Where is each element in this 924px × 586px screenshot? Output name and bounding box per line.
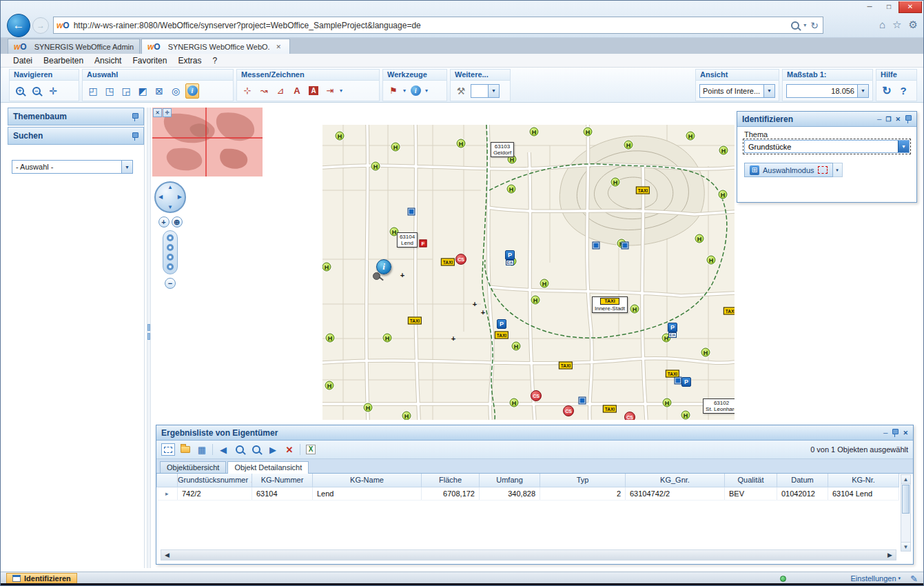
settings-link[interactable]: Einstellungen ▾: [851, 574, 901, 583]
url-text[interactable]: http://w-ws-rainer:8080/WebOffice/synser…: [74, 21, 792, 30]
column-header[interactable]: Datum: [777, 474, 828, 487]
select-add-icon[interactable]: ◳: [103, 83, 116, 99]
horizontal-scrollbar[interactable]: ◀ ▶: [161, 549, 896, 560]
folder-icon[interactable]: [179, 443, 192, 456]
zoom-out-button[interactable]: −: [165, 278, 176, 289]
panel-restore-icon[interactable]: ❐: [885, 116, 891, 123]
maptip-info-icon[interactable]: i: [409, 83, 422, 99]
pan-west-icon[interactable]: ◀: [158, 194, 163, 200]
draw-text-icon[interactable]: A: [290, 83, 304, 99]
favorites-star-icon[interactable]: ☆: [892, 19, 901, 31]
cs-station-marker[interactable]: CS: [531, 390, 542, 401]
hydrant-marker[interactable]: H: [611, 178, 620, 187]
column-header[interactable]: KG-Nummer: [252, 474, 313, 487]
map-canvas[interactable]: HHHHHHHHHHHHHHHHHHHHHHHHHHHHHHHHHTAXITAX…: [322, 125, 735, 420]
scroll-down-icon[interactable]: ▼: [901, 542, 910, 551]
hydrant-marker[interactable]: H: [371, 162, 380, 171]
taxi-marker[interactable]: TAXI: [666, 370, 679, 378]
chevron-down-icon[interactable]: ▼: [898, 141, 909, 152]
view-select[interactable]: Points of Intere... ▼: [699, 84, 775, 98]
column-header[interactable]: Fläche: [422, 474, 480, 487]
scrollbar-thumb[interactable]: [902, 485, 910, 514]
address-bar[interactable]: wO http://w-ws-rainer:8080/WebOffice/syn…: [53, 17, 823, 34]
tab-objektuebersicht[interactable]: Objektübersicht: [160, 461, 226, 473]
taxi-marker[interactable]: TAXI: [559, 362, 573, 370]
parking-ea-marker[interactable]: PE/A: [505, 250, 515, 265]
pan-north-icon[interactable]: ▲: [167, 184, 173, 190]
panel-minimize-icon[interactable]: ─: [877, 116, 881, 123]
fire-marker[interactable]: F: [420, 240, 427, 247]
menu-item-datei[interactable]: Datei: [8, 55, 38, 66]
poi-square-marker[interactable]: [675, 378, 681, 384]
taxi-marker[interactable]: TAXI: [603, 405, 617, 413]
sidebar-panel-suchen[interactable]: Suchen: [8, 127, 144, 145]
hydrant-marker[interactable]: H: [719, 190, 728, 199]
parking-marker[interactable]: P: [497, 319, 506, 329]
menu-item-ansicht[interactable]: Ansicht: [89, 55, 127, 66]
compass-pan-control[interactable]: ▲ ▼ ◀ ▶: [154, 181, 186, 213]
column-header[interactable]: KG-Name: [313, 474, 422, 487]
parking-ea-marker[interactable]: PE/A: [668, 323, 677, 338]
home-icon[interactable]: ⌂: [879, 19, 885, 31]
tab-weboffice-client[interactable]: wO SYNERGIS WebOffice WebO... ✕: [141, 39, 290, 54]
zoom-level-stop[interactable]: [167, 234, 174, 241]
scale-select[interactable]: 18.056 ▼: [786, 84, 869, 98]
hydrant-marker[interactable]: H: [391, 143, 400, 152]
hydrant-marker[interactable]: H: [326, 334, 335, 343]
identify-result-pin[interactable]: i: [376, 259, 391, 274]
edit-pencil-icon[interactable]: ✎: [910, 574, 918, 584]
hydrant-marker[interactable]: H: [530, 128, 539, 137]
previous-result-icon[interactable]: ◀: [217, 443, 229, 456]
splitter-grip[interactable]: [147, 333, 150, 340]
active-tool-badge[interactable]: Identifizieren: [6, 573, 77, 585]
hydrant-marker[interactable]: H: [707, 256, 716, 265]
window-minimize-button[interactable]: ─: [860, 1, 879, 13]
taxi-marker[interactable]: TAXI: [441, 259, 455, 266]
overview-move-icon[interactable]: ✛: [163, 108, 172, 117]
pin-icon[interactable]: [905, 114, 912, 123]
poi-square-marker[interactable]: [622, 243, 628, 249]
scroll-left-icon[interactable]: ◀: [165, 552, 170, 558]
panel-close-icon[interactable]: ✕: [895, 116, 901, 123]
identify-panel-header[interactable]: Identifizieren ─ ❐ ✕: [737, 112, 916, 127]
redlining-caret-icon[interactable]: ▾: [403, 88, 406, 94]
chevron-down-icon[interactable]: ▼: [857, 85, 868, 97]
table-export-icon[interactable]: ▦: [196, 443, 208, 456]
scroll-up-icon[interactable]: ▲: [901, 475, 910, 484]
pin-icon[interactable]: [132, 132, 138, 141]
wrench-icon[interactable]: ⚒: [454, 83, 468, 99]
menu-item-bearbeiten[interactable]: Bearbeiten: [38, 55, 89, 66]
zoom-in-button[interactable]: +: [158, 216, 170, 228]
zoom-level-stop[interactable]: [167, 263, 174, 270]
menu-item-extras[interactable]: Extras: [172, 55, 207, 66]
search-icon[interactable]: [791, 21, 799, 30]
forward-button[interactable]: →: [32, 17, 49, 34]
settings-gear-icon[interactable]: ⚙: [909, 19, 918, 31]
menu-item-favoriten[interactable]: Favoriten: [127, 55, 172, 66]
draw-label-icon[interactable]: A: [307, 83, 320, 99]
hydrant-marker[interactable]: H: [624, 141, 633, 150]
select-rectangle-icon[interactable]: ◰: [86, 83, 100, 99]
hydrant-marker[interactable]: H: [402, 412, 411, 421]
next-result-icon[interactable]: ▶: [267, 443, 279, 456]
poi-square-marker[interactable]: [579, 398, 586, 404]
zoom-level-stop[interactable]: [167, 244, 174, 251]
cs-station-marker[interactable]: CS: [624, 412, 635, 420]
panel-minimize-icon[interactable]: ─: [883, 430, 887, 436]
select-remove-icon[interactable]: ◲: [119, 83, 133, 99]
taxi-marker[interactable]: TAXI: [495, 332, 509, 339]
session-refresh-icon[interactable]: ↻: [880, 83, 894, 99]
pan-hand-icon[interactable]: ✛: [46, 83, 60, 99]
column-header[interactable]: Umfang: [480, 474, 540, 487]
column-header[interactable]: Qualität: [725, 474, 777, 487]
pin-icon[interactable]: [892, 428, 899, 437]
back-button[interactable]: ←: [7, 14, 30, 37]
table-row[interactable]: ▸742/263104Lend6708,172340,828263104742/…: [157, 487, 899, 500]
zoom-level-stop[interactable]: [167, 254, 174, 261]
sidebar-panel-themenbaum[interactable]: Themenbaum: [8, 108, 144, 125]
taxi-marker[interactable]: TAXI: [408, 317, 422, 325]
pan-south-icon[interactable]: ▼: [167, 204, 173, 210]
hydrant-marker[interactable]: H: [322, 263, 331, 272]
hydrant-marker[interactable]: H: [510, 398, 519, 407]
pin-icon[interactable]: [132, 112, 138, 121]
